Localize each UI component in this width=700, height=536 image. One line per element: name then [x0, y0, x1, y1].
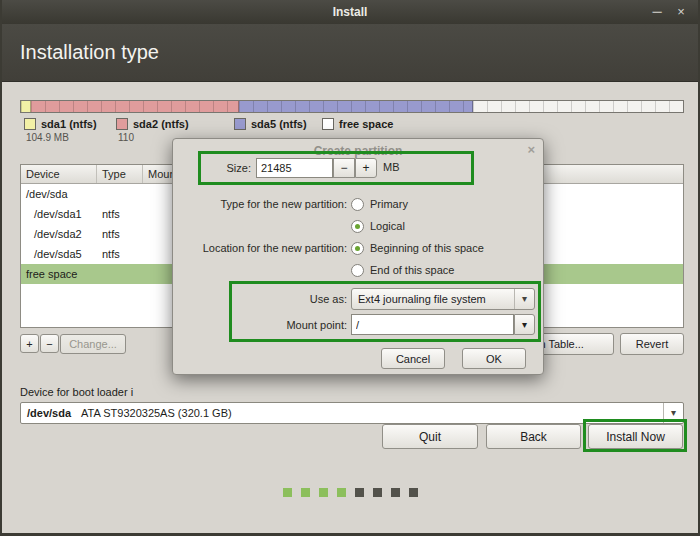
partition-segment-free	[473, 101, 683, 112]
titlebar: Install ─ ×	[2, 0, 698, 24]
size-decrement-button[interactable]: −	[333, 158, 355, 178]
cell-type: ntfs	[97, 228, 143, 240]
slideshow-dot-active	[319, 488, 328, 497]
legend-item-free-space: free space	[322, 118, 393, 130]
slideshow-progress-dots	[2, 488, 698, 497]
legend-item-sda1: sda1 (ntfs) 104.9 MB	[24, 118, 97, 143]
radio-icon-checked	[351, 242, 364, 255]
ok-button[interactable]: OK	[462, 348, 526, 369]
radio-icon-unchecked	[351, 264, 364, 277]
dialog-close-icon[interactable]: ×	[527, 142, 535, 157]
legend-label: free space	[339, 118, 393, 130]
window-title: Install	[2, 0, 698, 24]
create-partition-dialog: Create partition × Size: − + MB Type for…	[172, 138, 544, 375]
mount-point-input[interactable]	[351, 314, 514, 335]
back-button[interactable]: Back	[486, 424, 581, 449]
cell-device: /dev/sda2	[21, 228, 97, 240]
slideshow-dot	[373, 488, 382, 497]
page-header: Installation type	[2, 24, 698, 82]
radio-logical[interactable]: Logical	[351, 218, 405, 234]
quit-button[interactable]: Quit	[382, 424, 478, 449]
legend-item-sda5: sda5 (ntfs)	[234, 118, 307, 130]
dialog-title: Create partition	[173, 144, 543, 158]
install-now-button[interactable]: Install Now	[588, 424, 683, 449]
boot-loader-label: Device for boot loader i	[20, 386, 133, 398]
partition-segment-sda1	[21, 101, 31, 112]
slideshow-dot-active	[301, 488, 310, 497]
remove-partition-button[interactable]: −	[40, 334, 59, 353]
partition-bar	[20, 100, 684, 113]
size-increment-button[interactable]: +	[355, 158, 377, 178]
cell-device: /dev/sda1	[21, 208, 97, 220]
cell-device: free space	[21, 268, 97, 280]
cell-device: /dev/sda5	[21, 248, 97, 260]
page-title: Installation type	[20, 24, 698, 81]
chevron-down-icon: ▾	[514, 289, 534, 309]
legend-size: 104.9 MB	[26, 132, 97, 143]
radio-beginning-of-space[interactable]: Beginning of this space	[351, 240, 484, 256]
boot-device-value: /dev/sda	[27, 407, 71, 419]
radio-logical-label: Logical	[370, 220, 405, 232]
cancel-button[interactable]: Cancel	[381, 348, 445, 369]
boot-device-dropdown[interactable]: /dev/sda ATA ST9320325AS (320.1 GB) ▾	[20, 402, 684, 424]
radio-beginning-label: Beginning of this space	[370, 242, 484, 254]
partition-segment-sda5	[239, 101, 473, 112]
use-as-label: Use as:	[173, 291, 347, 307]
revert-button[interactable]: Revert	[620, 333, 684, 355]
column-header-device[interactable]: Device	[21, 165, 97, 183]
radio-end-label: End of this space	[370, 264, 454, 276]
legend-swatch-sda1	[24, 118, 36, 130]
legend-label: sda2 (ntfs)	[133, 118, 189, 130]
radio-primary[interactable]: Primary	[351, 196, 408, 212]
legend-swatch-sda2	[116, 118, 128, 130]
mount-point-dropdown-button[interactable]: ▾	[514, 314, 535, 335]
radio-primary-label: Primary	[370, 198, 408, 210]
cell-type: ntfs	[97, 248, 143, 260]
chevron-down-icon: ▾	[522, 319, 527, 330]
cell-type: ntfs	[97, 208, 143, 220]
radio-end-of-space[interactable]: End of this space	[351, 262, 454, 278]
legend-label: sda1 (ntfs)	[41, 118, 97, 130]
legend-label: sda5 (ntfs)	[251, 118, 307, 130]
radio-icon-checked	[351, 220, 364, 233]
partition-segment-sda2	[31, 101, 239, 112]
size-label: Size:	[173, 160, 251, 176]
slideshow-dot	[409, 488, 418, 497]
chevron-down-icon: ▾	[663, 403, 683, 423]
cell-device: /dev/sda	[21, 188, 97, 200]
slideshow-dot-active	[283, 488, 292, 497]
column-header-type[interactable]: Type	[97, 165, 143, 183]
slideshow-dot	[391, 488, 400, 497]
size-unit-label: MB	[383, 161, 400, 173]
legend-swatch-free	[322, 118, 334, 130]
legend-swatch-sda5	[234, 118, 246, 130]
use-as-value: Ext4 journaling file system	[358, 293, 486, 305]
close-icon[interactable]: ×	[670, 0, 692, 24]
slideshow-dot-active	[337, 488, 346, 497]
use-as-dropdown[interactable]: Ext4 journaling file system ▾	[351, 288, 535, 310]
slideshow-dot	[355, 488, 364, 497]
boot-device-details: ATA ST9320325AS (320.1 GB)	[81, 407, 232, 419]
type-label: Type for the new partition:	[173, 196, 347, 212]
minimize-icon[interactable]: ─	[646, 0, 668, 24]
change-button[interactable]: Change...	[60, 334, 126, 354]
add-partition-button[interactable]: +	[20, 334, 39, 353]
location-label: Location for the new partition:	[173, 240, 347, 256]
mount-point-label: Mount point:	[173, 317, 347, 333]
radio-icon-unchecked	[351, 198, 364, 211]
size-input[interactable]	[256, 158, 333, 178]
install-window: Install ─ × Installation type sda1 (ntfs…	[0, 0, 700, 536]
